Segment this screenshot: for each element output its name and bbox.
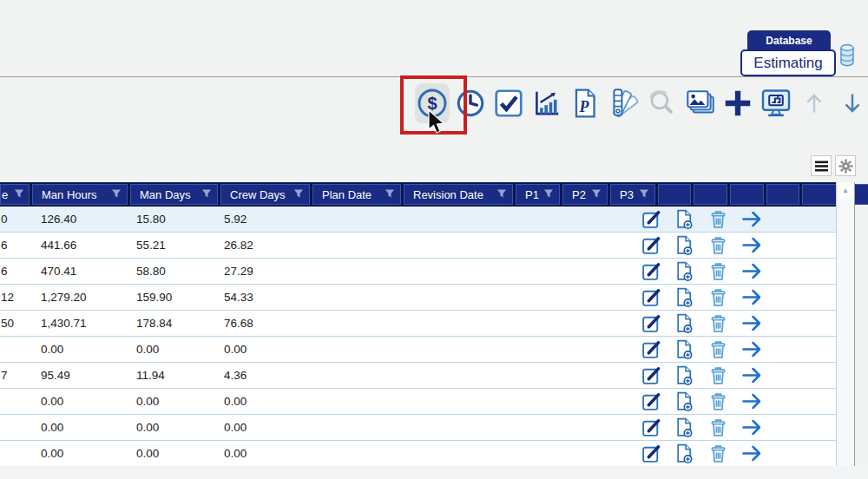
open-row-arrow-icon[interactable] xyxy=(740,417,763,439)
column-header-crew_days[interactable]: Crew Days xyxy=(220,184,310,205)
delete-row-icon[interactable] xyxy=(707,390,730,413)
table-row[interactable]: 0.000.000.00 xyxy=(0,441,836,467)
column-header-p2[interactable]: P2 xyxy=(562,184,608,205)
open-row-arrow-icon[interactable] xyxy=(740,234,763,257)
table-row[interactable]: 501,430.71178.8476.68 xyxy=(0,311,836,337)
column-header-blank[interactable] xyxy=(766,184,799,205)
column-header-p3[interactable]: P3 xyxy=(610,184,655,205)
add-document-row-icon[interactable] xyxy=(674,338,696,361)
filter-funnel-icon[interactable] xyxy=(14,188,24,201)
settings-gear-icon xyxy=(838,159,853,174)
cell-action_add xyxy=(667,390,701,413)
edit-row-icon[interactable] xyxy=(640,208,662,231)
column-header-man_days[interactable]: Man Days xyxy=(130,184,218,205)
open-row-arrow-icon[interactable] xyxy=(740,260,763,283)
database-cylinder-icon[interactable] xyxy=(838,43,856,71)
table-row[interactable]: 0126.4015.805.92 xyxy=(0,207,836,233)
database-tab[interactable]: Database xyxy=(747,30,831,51)
table-row[interactable]: 121,279.20159.9054.33 xyxy=(0,285,836,311)
menu-button[interactable] xyxy=(811,155,832,176)
open-row-arrow-icon[interactable] xyxy=(740,364,763,387)
add-document-row-icon[interactable] xyxy=(674,364,696,387)
cell-action_add xyxy=(667,312,701,335)
column-header-label: P3 xyxy=(620,188,634,201)
edit-row-icon[interactable] xyxy=(640,390,662,413)
table-row[interactable]: 0.000.000.00 xyxy=(0,415,836,441)
delete-row-icon[interactable] xyxy=(707,364,730,387)
filter-funnel-icon[interactable] xyxy=(496,188,507,201)
edit-row-icon[interactable] xyxy=(640,338,662,361)
document-p-icon: P xyxy=(569,87,602,120)
table-row[interactable]: 795.4911.944.36 xyxy=(0,363,836,389)
table-row[interactable]: 6441.6655.2126.82 xyxy=(0,233,836,259)
edit-row-icon[interactable] xyxy=(640,234,662,257)
delete-row-icon[interactable] xyxy=(707,286,730,309)
filter-funnel-icon[interactable] xyxy=(543,188,554,201)
delete-row-icon[interactable] xyxy=(707,260,730,283)
filter-funnel-icon[interactable] xyxy=(591,188,602,201)
add-document-row-icon[interactable] xyxy=(674,312,696,335)
edit-row-icon[interactable] xyxy=(640,312,662,335)
scroll-up-button[interactable] xyxy=(797,83,832,123)
add-document-row-icon[interactable] xyxy=(674,417,696,439)
cell-action_add xyxy=(667,208,701,231)
delete-row-icon[interactable] xyxy=(707,338,730,361)
scrollbar-up-arrow[interactable]: ▲ xyxy=(837,182,854,198)
settings-button[interactable] xyxy=(835,155,856,176)
add-document-row-icon[interactable] xyxy=(674,443,696,465)
delete-row-icon[interactable] xyxy=(707,208,730,231)
add-document-row-icon[interactable] xyxy=(674,260,696,283)
edit-row-icon[interactable] xyxy=(640,364,662,387)
open-row-arrow-icon[interactable] xyxy=(740,443,763,465)
add-document-row-icon[interactable] xyxy=(674,234,696,257)
filter-funnel-icon[interactable] xyxy=(385,188,395,201)
column-header-blank[interactable] xyxy=(694,184,727,205)
clock-button[interactable] xyxy=(453,83,488,123)
delete-row-icon[interactable] xyxy=(707,443,730,465)
filter-funnel-icon[interactable] xyxy=(293,188,304,201)
cell-crew_days: 54.33 xyxy=(213,291,302,304)
add-document-row-icon[interactable] xyxy=(674,390,696,413)
column-header-p1[interactable]: P1 xyxy=(516,184,560,205)
checkmark-button[interactable] xyxy=(491,83,526,123)
column-header-blank[interactable] xyxy=(802,184,868,205)
edit-row-icon[interactable] xyxy=(640,286,662,309)
column-header-plan_date[interactable]: Plan Date xyxy=(312,184,401,205)
delete-row-icon[interactable] xyxy=(707,234,730,257)
column-header-edge[interactable]: e xyxy=(0,184,30,205)
monitor-button[interactable] xyxy=(759,83,793,123)
add-plus-button[interactable] xyxy=(720,83,755,123)
open-row-arrow-icon[interactable] xyxy=(740,312,763,335)
delete-row-icon[interactable] xyxy=(707,312,730,335)
refresh-search-button[interactable] xyxy=(644,83,679,123)
table-row[interactable]: 0.000.000.00 xyxy=(0,337,836,363)
open-row-arrow-icon[interactable] xyxy=(740,286,763,309)
mode-label[interactable]: Estimating xyxy=(740,49,836,76)
add-document-row-icon[interactable] xyxy=(674,208,696,231)
cell-action_delete xyxy=(701,443,735,465)
open-row-arrow-icon[interactable] xyxy=(740,208,763,231)
column-header-blank[interactable] xyxy=(730,184,764,205)
column-header-revision_date[interactable]: Revision Date xyxy=(404,184,513,205)
color-swatches-button[interactable] xyxy=(606,83,641,123)
table-row[interactable]: 6470.4158.8027.29 xyxy=(0,259,836,285)
images-button[interactable] xyxy=(682,83,717,123)
document-p-button[interactable]: P xyxy=(568,83,602,123)
edit-row-icon[interactable] xyxy=(640,443,662,465)
filter-funnel-icon[interactable] xyxy=(639,188,649,201)
edit-row-icon[interactable] xyxy=(640,417,662,439)
open-row-arrow-icon[interactable] xyxy=(740,338,763,361)
bottom-strip xyxy=(0,466,868,479)
edit-row-icon[interactable] xyxy=(640,260,662,283)
add-document-row-icon[interactable] xyxy=(674,286,696,309)
chart-increase-button[interactable] xyxy=(529,83,564,123)
delete-row-icon[interactable] xyxy=(707,417,730,439)
filter-funnel-icon[interactable] xyxy=(201,188,212,201)
filter-funnel-icon[interactable] xyxy=(111,188,122,201)
column-header-man_hours[interactable]: Man Hours xyxy=(32,184,128,205)
vertical-scrollbar[interactable]: ▲ xyxy=(836,182,855,466)
column-header-blank[interactable] xyxy=(658,184,691,205)
open-row-arrow-icon[interactable] xyxy=(740,390,763,413)
table-row[interactable]: 0.000.000.00 xyxy=(0,389,836,415)
scroll-down-button[interactable] xyxy=(835,83,868,123)
